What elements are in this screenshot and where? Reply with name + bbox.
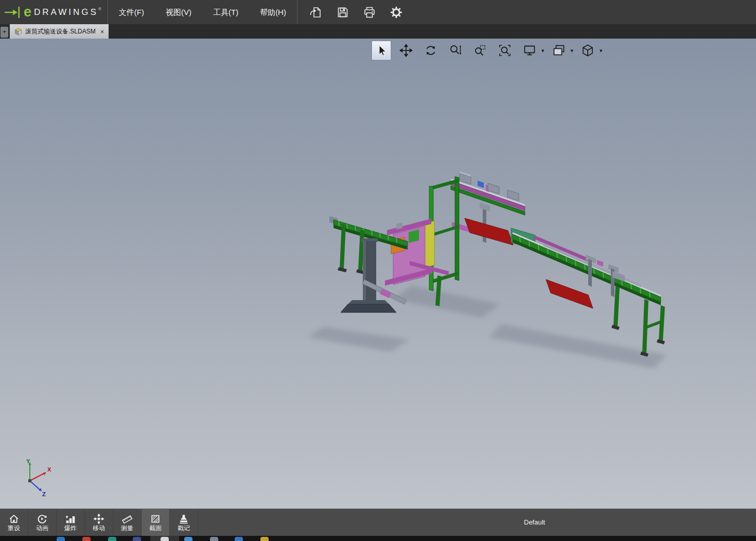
measure-icon — [121, 513, 133, 525]
stamp-icon — [178, 513, 189, 525]
tab-title: 滚筒式输送设备.SLDASM — [25, 27, 96, 36]
menu-bar: 文件(F) 视图(V) 工具(T) 帮助(H) — [108, 0, 297, 24]
zoom-area-tool-button[interactable] — [471, 41, 489, 60]
save-icon — [336, 6, 349, 19]
quick-toolbar — [297, 3, 406, 22]
explode-icon — [65, 513, 76, 525]
stamp-button[interactable]: 戳记 — [170, 509, 198, 536]
zoom-fit-tool-button[interactable] — [496, 41, 514, 60]
print-icon — [363, 6, 376, 19]
rotate-tool-button[interactable] — [421, 41, 440, 60]
animation-button[interactable]: 动画 — [28, 509, 57, 536]
triad-z-label: Z — [42, 491, 46, 497]
viewport-3d[interactable]: ▾ ▾ ▾ Y X Z — [0, 39, 756, 509]
section-button[interactable]: 截面 — [142, 509, 170, 536]
orientation-triad: Y X Z — [17, 458, 59, 498]
assembly-icon — [14, 28, 22, 36]
view-orientation-dropdown-icon[interactable]: ▾ — [600, 41, 603, 60]
home-reset-icon — [8, 513, 20, 525]
taskbar-icon[interactable] — [108, 537, 116, 541]
zoom-to-fit-icon — [498, 44, 512, 57]
save-button[interactable] — [333, 3, 352, 22]
taskbar-icon[interactable] — [82, 537, 91, 541]
tab-bar: + 滚筒式输送设备.SLDASM × — [0, 24, 756, 39]
model-3d[interactable] — [0, 39, 756, 509]
new-tab-button[interactable]: + — [1, 27, 8, 38]
title-bar: e DRAWINGS ® 文件(F) 视图(V) 工具(T) 帮助(H) — [0, 0, 756, 24]
taskbar-icon[interactable] — [235, 537, 243, 541]
menu-view[interactable]: 视图(V) — [155, 0, 202, 24]
animation-icon — [37, 513, 48, 525]
windows-taskbar-sliver — [0, 535, 756, 541]
logo-registered-mark: ® — [98, 7, 101, 11]
zoom-to-area-icon — [473, 44, 487, 57]
move-component-button[interactable]: 移动 — [85, 509, 113, 536]
options-gear-icon — [390, 6, 403, 19]
configuration-label: Default — [524, 509, 545, 536]
triad-x-label: X — [47, 466, 51, 473]
pan-tool-button[interactable] — [397, 41, 415, 60]
logo-wordmark: DRAWINGS — [34, 7, 98, 18]
select-cursor-icon — [375, 44, 388, 57]
zoom-tool-button[interactable] — [446, 41, 465, 60]
open-button[interactable] — [307, 3, 325, 22]
edrawings-logo: e DRAWINGS ® — [0, 5, 108, 20]
menu-help[interactable]: 帮助(H) — [249, 0, 297, 24]
triad-y-label: Y — [26, 458, 30, 464]
menu-tools[interactable]: 工具(T) — [202, 0, 249, 24]
display-style-icon — [523, 44, 536, 57]
explode-button[interactable]: 爆炸 — [57, 509, 85, 536]
markup-views-dropdown-icon[interactable]: ▾ — [571, 41, 574, 60]
taskbar-icon[interactable] — [210, 537, 218, 541]
pan-icon — [399, 44, 413, 57]
select-tool-button[interactable] — [372, 41, 391, 60]
open-icon — [309, 6, 323, 19]
taskbar-icon[interactable] — [133, 537, 141, 541]
section-icon — [150, 513, 161, 525]
move-component-icon — [93, 513, 104, 525]
view-orientation-cube-icon — [581, 44, 594, 57]
bottom-toolbar: 重设 动画 爆炸 移动 — [0, 509, 756, 536]
menu-file[interactable]: 文件(F) — [108, 0, 155, 24]
options-button[interactable] — [387, 3, 406, 22]
zoom-in-out-icon — [449, 44, 462, 57]
view-toolbar: ▾ ▾ ▾ — [372, 41, 608, 60]
taskbar-icon[interactable] — [184, 537, 192, 541]
reset-button[interactable]: 重设 — [0, 509, 28, 536]
taskbar-icon[interactable] — [57, 537, 65, 541]
display-style-dropdown-icon[interactable]: ▾ — [541, 41, 544, 60]
view-orientation-button[interactable] — [578, 41, 597, 60]
display-style-button[interactable] — [520, 41, 539, 60]
measure-button[interactable]: 测量 — [113, 509, 142, 536]
document-tab[interactable]: 滚筒式输送设备.SLDASM × — [10, 24, 109, 39]
logo-arrow-icon — [4, 5, 23, 20]
markup-views-icon — [552, 44, 566, 57]
tab-close-button[interactable]: × — [100, 28, 104, 35]
logo-e: e — [24, 5, 31, 19]
rotate-icon — [424, 44, 437, 57]
taskbar-icon[interactable] — [161, 537, 169, 541]
taskbar-icon[interactable] — [260, 537, 269, 541]
print-button[interactable] — [360, 3, 379, 22]
markup-views-button[interactable] — [550, 41, 568, 60]
